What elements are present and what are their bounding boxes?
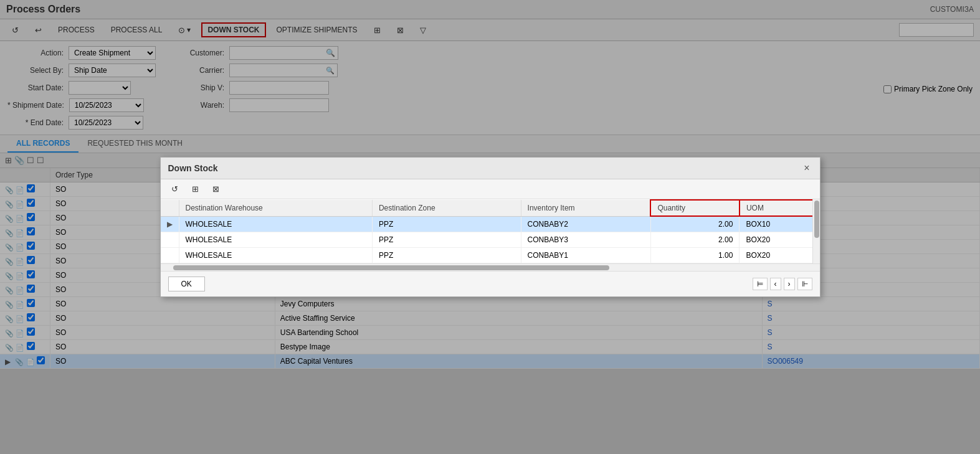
row-expand-cell bbox=[161, 232, 179, 248]
dest-zone-cell: PPZ bbox=[372, 216, 521, 232]
col-dest-warehouse: Destination Warehouse bbox=[179, 200, 372, 216]
dest-zone-cell: PPZ bbox=[372, 232, 521, 248]
col-dest-zone: Destination Zone bbox=[372, 200, 521, 216]
modal-table-row: ▶ WHOLESALE PPZ CONBABY2 2.00 BOX10 bbox=[161, 216, 819, 232]
next-page-button[interactable]: › bbox=[784, 278, 795, 290]
modal-export-button[interactable]: ⊠ bbox=[208, 182, 224, 196]
quantity-cell: 2.00 bbox=[650, 216, 739, 232]
quantity-cell: 2.00 bbox=[650, 232, 739, 248]
scrollbar-thumb bbox=[814, 201, 819, 238]
modal-footer: OK ⊨ ‹ › ⊩ bbox=[161, 271, 820, 296]
modal-header: Down Stock × bbox=[161, 158, 820, 179]
col-uom: UOM bbox=[740, 200, 819, 216]
dest-warehouse-cell: WHOLESALE bbox=[179, 248, 372, 263]
uom-cell: BOX10 bbox=[740, 216, 819, 232]
pagination-controls: ⊨ ‹ › ⊩ bbox=[753, 278, 812, 290]
ok-button[interactable]: OK bbox=[168, 277, 205, 291]
row-expand-icon[interactable]: ▶ bbox=[167, 220, 173, 229]
modal-title: Down Stock bbox=[168, 163, 218, 173]
modal-columns-icon: ⊞ bbox=[192, 184, 199, 194]
col-quantity: Quantity bbox=[650, 200, 739, 216]
modal-table-row: WHOLESALE PPZ CONBABY3 2.00 BOX20 bbox=[161, 232, 819, 248]
dest-warehouse-cell: WHOLESALE bbox=[179, 232, 372, 248]
inventory-item-cell: CONBABY1 bbox=[521, 248, 650, 263]
modal-body: Destination Warehouse Destination Zone I… bbox=[161, 199, 820, 263]
col-inventory-item: Inventory Item bbox=[521, 200, 650, 216]
quantity-cell: 1.00 bbox=[650, 248, 739, 263]
modal-export-icon: ⊠ bbox=[212, 184, 219, 194]
col-expand bbox=[161, 200, 179, 216]
modal-close-button[interactable]: × bbox=[801, 163, 812, 174]
inventory-item-cell: CONBABY2 bbox=[521, 216, 650, 232]
first-page-button[interactable]: ⊨ bbox=[753, 278, 768, 290]
dest-warehouse-cell: WHOLESALE bbox=[179, 216, 372, 232]
uom-cell: BOX20 bbox=[740, 232, 819, 248]
hscroll-thumb bbox=[173, 265, 609, 270]
modal-table-row: WHOLESALE PPZ CONBABY1 1.00 BOX20 bbox=[161, 248, 819, 263]
modal-toolbar: ↺ ⊞ ⊠ bbox=[161, 179, 820, 199]
down-stock-modal: Down Stock × ↺ ⊞ ⊠ Destination Warehouse bbox=[160, 157, 821, 297]
modal-hscrollbar[interactable] bbox=[161, 263, 820, 271]
modal-scrollbar-v[interactable] bbox=[812, 199, 820, 263]
modal-refresh-icon: ↺ bbox=[171, 184, 178, 194]
prev-page-button[interactable]: ‹ bbox=[770, 278, 781, 290]
modal-overlay: Down Stock × ↺ ⊞ ⊠ Destination Warehouse bbox=[0, 0, 980, 369]
row-expand-cell bbox=[161, 248, 179, 263]
last-page-button[interactable]: ⊩ bbox=[797, 278, 812, 290]
row-expand-cell: ▶ bbox=[161, 216, 179, 232]
inventory-item-cell: CONBABY3 bbox=[521, 232, 650, 248]
modal-refresh-button[interactable]: ↺ bbox=[167, 182, 183, 196]
uom-cell: BOX20 bbox=[740, 248, 819, 263]
modal-columns-button[interactable]: ⊞ bbox=[188, 182, 203, 196]
modal-table: Destination Warehouse Destination Zone I… bbox=[161, 199, 820, 263]
dest-zone-cell: PPZ bbox=[372, 248, 521, 263]
